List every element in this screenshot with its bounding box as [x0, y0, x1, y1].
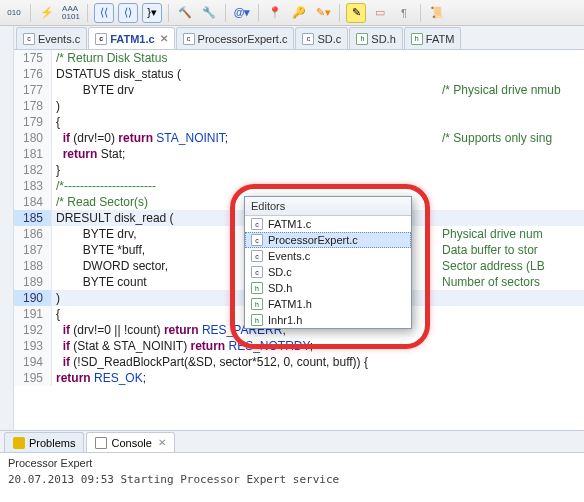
popup-item-label: FATM1.h [268, 298, 312, 310]
line-number: 178 [14, 98, 52, 114]
line-number: 194 [14, 354, 52, 370]
file-c-icon: c [251, 234, 263, 246]
editor-tab[interactable]: hSD.h [349, 27, 402, 49]
line-number: 187 [14, 242, 52, 258]
popup-item-label: Events.c [268, 250, 310, 262]
console-title: Processor Expert [8, 457, 576, 469]
code-line[interactable]: 178) [14, 98, 584, 114]
code-line[interactable]: 175/* Return Disk Status [14, 50, 584, 66]
hammer-icon[interactable]: 🔨 [175, 3, 195, 23]
file-c-icon: c [95, 33, 107, 45]
line-number: 179 [14, 114, 52, 130]
line-number: 186 [14, 226, 52, 242]
popup-item-label: ProcessorExpert.c [268, 234, 358, 246]
binary-icon[interactable]: 010 [4, 3, 24, 23]
editors-popup: Editors cFATM1.ccProcessorExpert.ccEvent… [244, 196, 412, 329]
code-line[interactable]: 177 BYTE drv/* Physical drive nmub [14, 82, 584, 98]
code-line[interactable]: 179{ [14, 114, 584, 130]
file-c-icon: c [183, 33, 195, 45]
paragraph-icon[interactable]: ¶ [394, 3, 414, 23]
tab-label: ProcessorExpert.c [198, 33, 288, 45]
left-ruler [0, 26, 14, 430]
editor-tab[interactable]: cFATM1.c✕ [88, 27, 174, 49]
step-over-icon[interactable]: ⟨⟩ [118, 3, 138, 23]
bottom-tab-label: Console [111, 437, 151, 449]
tab-label: SD.h [371, 33, 395, 45]
code-line[interactable]: 181 return Stat; [14, 146, 584, 162]
line-number: 180 [14, 130, 52, 146]
file-c-icon: c [251, 266, 263, 278]
editor-tab[interactable]: cEvents.c [16, 27, 87, 49]
line-number: 183 [14, 178, 52, 194]
scroll-icon[interactable]: 📜 [427, 3, 447, 23]
file-c-icon: c [251, 250, 263, 262]
popup-item[interactable]: cEvents.c [245, 248, 411, 264]
line-number: 176 [14, 66, 52, 82]
code-line[interactable]: 183/*----------------------- [14, 178, 584, 194]
popup-item[interactable]: hFATM1.h [245, 296, 411, 312]
console-icon [95, 437, 107, 449]
file-h-icon: h [251, 282, 263, 294]
file-h-icon: h [356, 33, 368, 45]
popup-item[interactable]: cFATM1.c [245, 216, 411, 232]
file-c-icon: c [302, 33, 314, 45]
bottom-tab[interactable]: Console✕ [86, 432, 174, 452]
line-number: 184 [14, 194, 52, 210]
line-number: 193 [14, 338, 52, 354]
line-number: 195 [14, 370, 52, 386]
code-line[interactable]: 194 if (!SD_ReadBlockPart(&SD, sector*51… [14, 354, 584, 370]
at-icon[interactable]: @▾ [232, 3, 252, 23]
bottom-tab-label: Problems [29, 437, 75, 449]
problems-icon [13, 437, 25, 449]
line-number: 190 [14, 290, 52, 306]
brace-icon[interactable]: }▾ [142, 3, 162, 23]
tab-label: Events.c [38, 33, 80, 45]
bottom-panel: ProblemsConsole✕ Processor Expert 20.07.… [0, 430, 584, 498]
highlight-icon[interactable]: ✎ [346, 3, 366, 23]
editor-tab-bar: cEvents.ccFATM1.c✕cProcessorExpert.ccSD.… [14, 26, 584, 50]
editor-tab[interactable]: hFATM [404, 27, 462, 49]
editor-tab[interactable]: cSD.c [295, 27, 348, 49]
popup-item-label: Inhr1.h [268, 314, 302, 326]
step-back-icon[interactable]: ⟨⟨ [94, 3, 114, 23]
file-h-icon: h [411, 33, 423, 45]
code-line[interactable]: 193 if (Stat & STA_NOINIT) return RES_NO… [14, 338, 584, 354]
popup-item[interactable]: cSD.c [245, 264, 411, 280]
line-number: 181 [14, 146, 52, 162]
popup-item[interactable]: cProcessorExpert.c [245, 232, 411, 248]
close-icon[interactable]: ✕ [158, 437, 166, 448]
tab-label: SD.c [317, 33, 341, 45]
code-line[interactable]: 195return RES_OK; [14, 370, 584, 386]
popup-title: Editors [245, 197, 411, 216]
editor-tab[interactable]: cProcessorExpert.c [176, 27, 295, 49]
line-number: 182 [14, 162, 52, 178]
bottom-tab[interactable]: Problems [4, 432, 84, 452]
file-h-icon: h [251, 314, 263, 326]
popup-item[interactable]: hInhr1.h [245, 312, 411, 328]
tab-label: FATM [426, 33, 455, 45]
code-line[interactable]: 180 if (drv!=0) return STA_NOINIT;/* Sup… [14, 130, 584, 146]
code-line[interactable]: 176DSTATUS disk_status ( [14, 66, 584, 82]
line-number: 177 [14, 82, 52, 98]
popup-item-label: SD.h [268, 282, 292, 294]
wrench-icon[interactable]: 🔧 [199, 3, 219, 23]
pencil-icon[interactable]: ✎▾ [313, 3, 333, 23]
line-number: 185 [14, 210, 52, 226]
popup-item-label: FATM1.c [268, 218, 311, 230]
console-log-line: 20.07.2013 09:53 Starting Processor Expe… [8, 473, 576, 486]
flash-icon[interactable]: ⚡ [37, 3, 57, 23]
line-number: 192 [14, 322, 52, 338]
line-number: 191 [14, 306, 52, 322]
close-icon[interactable]: ✕ [160, 33, 168, 44]
key-icon[interactable]: 🔑 [289, 3, 309, 23]
ascii-icon[interactable]: AAA0101 [61, 3, 81, 23]
popup-item[interactable]: hSD.h [245, 280, 411, 296]
file-c-icon: c [23, 33, 35, 45]
line-number: 175 [14, 50, 52, 66]
card-icon[interactable]: ▭ [370, 3, 390, 23]
code-line[interactable]: 182} [14, 162, 584, 178]
lock-icon[interactable]: 📍 [265, 3, 285, 23]
line-number: 188 [14, 258, 52, 274]
tab-label: FATM1.c [110, 33, 154, 45]
file-c-icon: c [251, 218, 263, 230]
